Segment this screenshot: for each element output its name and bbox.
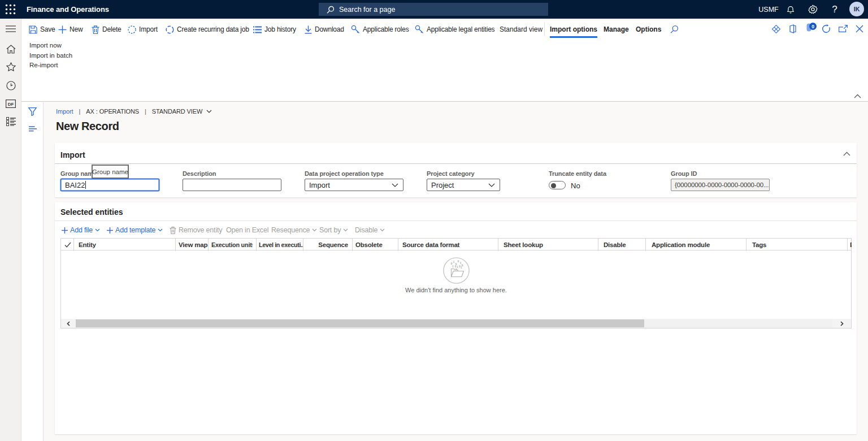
- svg-text:1: 1: [452, 265, 454, 269]
- svg-text:1: 1: [453, 261, 455, 264]
- svg-text:DF: DF: [8, 102, 14, 107]
- svg-text:0: 0: [458, 260, 459, 263]
- svg-text:1: 1: [461, 266, 462, 270]
- svg-text:0: 0: [811, 24, 814, 29]
- svg-text:1: 1: [457, 266, 458, 269]
